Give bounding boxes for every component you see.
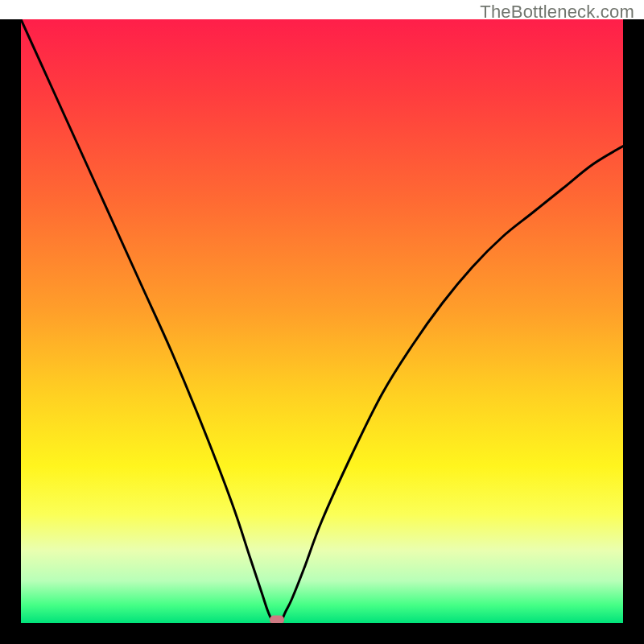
chart-frame [0,19,644,644]
curve-svg [21,19,623,623]
watermark-text: TheBottleneck.com [480,2,634,23]
plot-area [21,19,623,623]
bottleneck-curve [21,19,623,623]
minimum-marker [270,616,284,624]
chart-container: TheBottleneck.com [0,0,644,644]
